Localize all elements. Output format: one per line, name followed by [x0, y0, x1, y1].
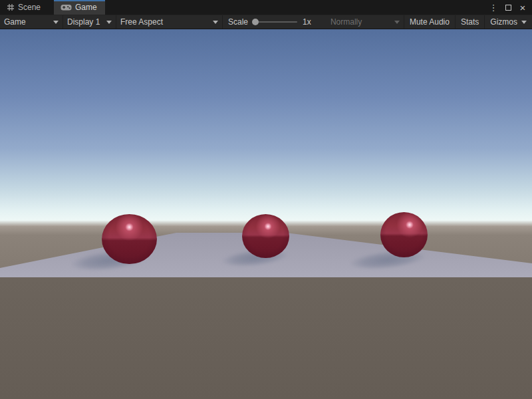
chevron-down-icon	[53, 21, 59, 24]
sphere-2	[242, 214, 289, 258]
chevron-down-icon	[394, 21, 400, 24]
aspect-ratio-dropdown[interactable]: Free Aspect	[116, 15, 222, 29]
stats-button[interactable]: Stats	[455, 15, 484, 29]
tab-game[interactable]: Game	[54, 0, 105, 15]
chevron-down-icon	[106, 21, 112, 24]
scale-value: 1x	[303, 17, 311, 27]
gamepad-icon	[61, 4, 72, 11]
tab-game-label: Game	[75, 3, 97, 12]
view-selector-value: Game	[4, 17, 26, 27]
scale-slider[interactable]	[253, 21, 297, 23]
play-mode-value: Normally	[331, 17, 362, 27]
window-controls: ⋮ ×	[488, 0, 532, 15]
unity-game-window: Scene Game ⋮ × Game	[0, 0, 532, 399]
play-mode-dropdown[interactable]: Normally	[327, 15, 404, 29]
display-dropdown-value: Display 1	[67, 17, 100, 27]
view-selector-dropdown[interactable]: Game	[0, 15, 63, 29]
tab-bar: Scene Game ⋮ ×	[0, 0, 532, 15]
close-icon[interactable]: ×	[517, 2, 528, 13]
tab-scene[interactable]: Scene	[0, 0, 49, 15]
scale-slider-knob[interactable]	[252, 19, 259, 25]
chevron-down-icon	[521, 21, 527, 24]
game-view-toolbar: Game Display 1 Free Aspect Scale 1x Norm…	[0, 15, 532, 29]
gizmos-label: Gizmos	[490, 17, 517, 27]
foreground-ground	[0, 277, 532, 399]
tab-scene-label: Scene	[18, 3, 41, 12]
maximize-icon[interactable]	[503, 2, 513, 13]
toolbar-right-group: Normally Mute Audio Stats Gizmos	[327, 15, 532, 29]
display-dropdown[interactable]: Display 1	[63, 15, 116, 29]
sphere-3	[380, 212, 428, 257]
gizmos-dropdown[interactable]: Gizmos	[484, 15, 532, 29]
game-viewport[interactable]	[0, 29, 532, 399]
scale-label: Scale	[228, 17, 248, 27]
mute-audio-button[interactable]: Mute Audio	[404, 15, 455, 29]
kebab-menu-icon[interactable]: ⋮	[488, 2, 499, 13]
stats-label: Stats	[461, 17, 479, 27]
aspect-ratio-value: Free Aspect	[120, 17, 163, 27]
sphere-1	[102, 214, 157, 264]
chevron-down-icon	[213, 21, 218, 24]
scale-control: Scale 1x	[222, 15, 315, 29]
mute-audio-label: Mute Audio	[410, 17, 450, 27]
grid-icon	[7, 3, 15, 11]
